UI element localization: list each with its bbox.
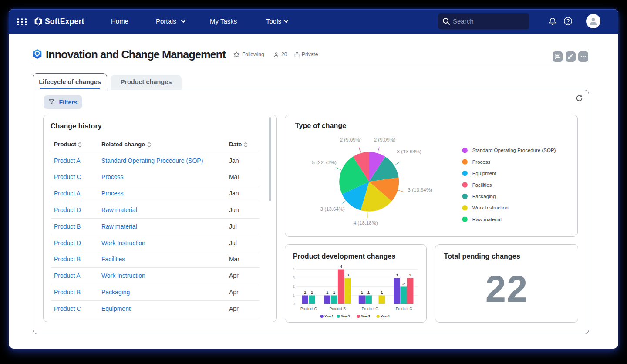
svg-text:2 (9.09%): 2 (9.09%) bbox=[340, 137, 362, 142]
svg-text:3: 3 bbox=[347, 273, 349, 277]
svg-text:Raw material: Raw material bbox=[472, 217, 501, 222]
svg-text:Process: Process bbox=[472, 159, 490, 165]
svg-text:0: 0 bbox=[293, 302, 295, 306]
svg-text:4: 4 bbox=[293, 267, 295, 271]
svg-text:Product B: Product B bbox=[329, 307, 346, 311]
svg-text:Year1: Year1 bbox=[324, 315, 334, 319]
svg-text:3: 3 bbox=[396, 273, 398, 277]
svg-text:1: 1 bbox=[293, 293, 295, 297]
svg-text:3: 3 bbox=[293, 276, 295, 280]
svg-text:4 (18.18%): 4 (18.18%) bbox=[353, 220, 378, 226]
svg-text:3 (13.64%): 3 (13.64%) bbox=[320, 206, 344, 212]
svg-text:Equipment: Equipment bbox=[472, 171, 496, 176]
svg-text:Year2: Year2 bbox=[341, 315, 350, 319]
svg-text:1: 1 bbox=[367, 290, 370, 295]
svg-text:2: 2 bbox=[402, 281, 405, 286]
svg-text:Product C: Product C bbox=[300, 307, 317, 311]
svg-text:1: 1 bbox=[311, 290, 314, 295]
svg-text:1: 1 bbox=[326, 290, 329, 295]
svg-text:Product C: Product C bbox=[361, 307, 378, 311]
svg-text:3 (13.64%): 3 (13.64%) bbox=[397, 149, 421, 154]
svg-text:4: 4 bbox=[340, 264, 342, 269]
svg-text:3 (13.64%): 3 (13.64%) bbox=[408, 187, 432, 192]
svg-text:Year4: Year4 bbox=[381, 315, 390, 319]
svg-text:2 (9.09%): 2 (9.09%) bbox=[374, 137, 396, 142]
svg-text:Product C: Product C bbox=[396, 307, 412, 311]
svg-text:5 (22.73%): 5 (22.73%) bbox=[312, 160, 336, 165]
svg-text:1: 1 bbox=[381, 290, 383, 295]
svg-text:Facilities: Facilities bbox=[472, 182, 492, 188]
svg-text:Year3: Year3 bbox=[361, 315, 370, 319]
svg-text:3: 3 bbox=[409, 273, 411, 277]
svg-text:1: 1 bbox=[304, 290, 307, 295]
svg-text:Packaging: Packaging bbox=[472, 194, 496, 199]
svg-text:Standard Operating Procedure (: Standard Operating Procedure (SOP) bbox=[472, 148, 556, 153]
svg-text:2: 2 bbox=[293, 284, 295, 289]
svg-text:1: 1 bbox=[361, 290, 363, 295]
svg-text:Work Instruction: Work Instruction bbox=[472, 205, 508, 210]
svg-text:1: 1 bbox=[333, 290, 336, 295]
